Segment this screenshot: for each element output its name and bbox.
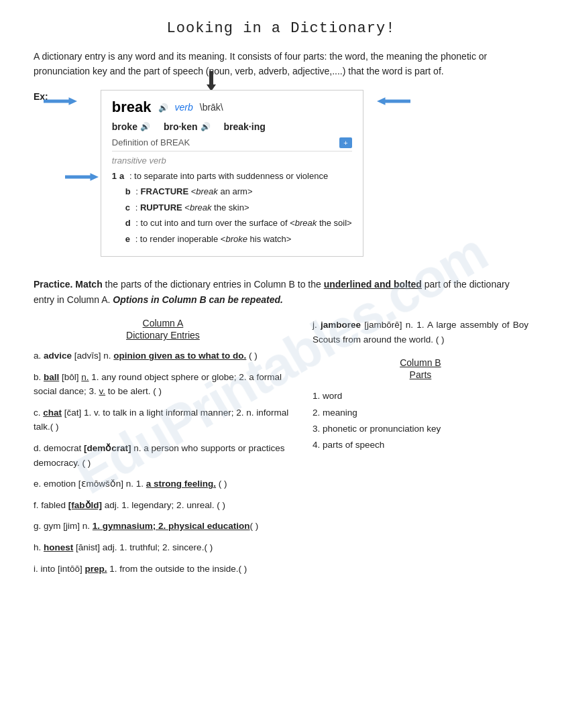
entry-i: i. into [intōō] prep. 1. from the outsid… [34,562,292,577]
arrow-to-def-icon [65,171,99,183]
column-a-subheader: Dictionary Entries [34,330,292,341]
jamboree-entry: j. jamboree [jambōrē] n. 1. A large asse… [313,318,528,347]
dict-def-1d: d : to cut into and turn over the surfac… [112,217,352,230]
entry-g: g. gym [jim] n. 1. gymnasium; 2. physica… [34,519,292,534]
entry-e: e. emotion [ɛmōwšǒn] n. 1. a strong feel… [34,477,292,491]
dict-pos-label: transitive verb [112,156,352,166]
entry-f: f. fabled [fabǒld] adj. 1. legendary; 2.… [34,498,292,513]
column-b: j. jamboree [jambōrē] n. 1. A large asse… [306,318,528,583]
dict-form-breaking: break·ing [224,121,266,132]
dict-def-1e: e : to render inoperable <broke his watc… [112,233,352,246]
column-b-parts: 1. word 2. meaning 3. phonetic or pronun… [313,388,528,453]
part-3: 3. phonetic or pronunciation key [313,421,528,437]
dict-header-row: break verb \brāk\ [112,99,352,116]
page-title: Looking in a Dictionary! [34,20,528,37]
practice-section: Practice. Match the parts of the diction… [34,277,528,583]
speaker-icon [158,102,168,113]
dict-def-header: Definition of BREAK + [112,137,352,151]
column-b-subheader: Parts [313,369,528,380]
dict-form-broken: bro·ken [164,121,211,132]
part-4: 4. parts of speech [313,437,528,453]
entry-d: d. democrat [demǒcrat] n. a person who s… [34,441,292,470]
arrow-to-word-icon [44,95,77,107]
practice-intro: Practice. Match the parts of the diction… [34,277,528,307]
part-2: 2. meaning [313,405,528,421]
dict-forms: broke bro·ken break·ing [112,121,352,132]
svg-marker-1 [207,71,216,91]
arrow-down-icon [205,71,218,91]
svg-marker-0 [44,97,77,105]
svg-marker-3 [65,173,99,181]
arrow-to-phonetic-icon [377,95,410,107]
entry-a: a. advice [advīs] n. opinion given as to… [34,349,292,363]
entry-b: b. ball [bôl] n. 1. any round object sph… [34,370,292,399]
dictionary-example-box: break verb \brāk\ broke bro·ken break·in… [101,90,363,257]
dict-pos: verb [175,102,193,113]
expand-button[interactable]: + [339,137,351,148]
entry-h: h. honest [ānist] adj. 1. truthful; 2. s… [34,540,292,555]
dict-def-1a: 1a : to separate into parts with suddenn… [112,170,352,183]
column-b-header-area: Column B Parts [313,357,528,380]
column-a-header: Column A [34,318,292,328]
column-b-header: Column B [313,357,528,368]
dict-word: break [112,99,152,116]
intro-text: A dictionary entry is any word and its m… [34,49,528,79]
svg-marker-2 [377,97,410,105]
columns-container: Column A Dictionary Entries a. advice [a… [34,318,528,583]
column-a: Column A Dictionary Entries a. advice [a… [34,318,306,583]
part-1: 1. word [313,388,528,404]
dict-def-list: 1a : to separate into parts with suddenn… [112,170,352,246]
entry-c: c. chat [čat] 1. v. to talk in a light i… [34,406,292,434]
dict-phonetic: \brāk\ [200,102,223,113]
dict-form-broke: broke [112,121,150,132]
dict-def-1b: b : FRACTURE <break an arm> [112,185,352,198]
dict-def-1c: c : RUPTURE <break the skin> [112,201,352,215]
